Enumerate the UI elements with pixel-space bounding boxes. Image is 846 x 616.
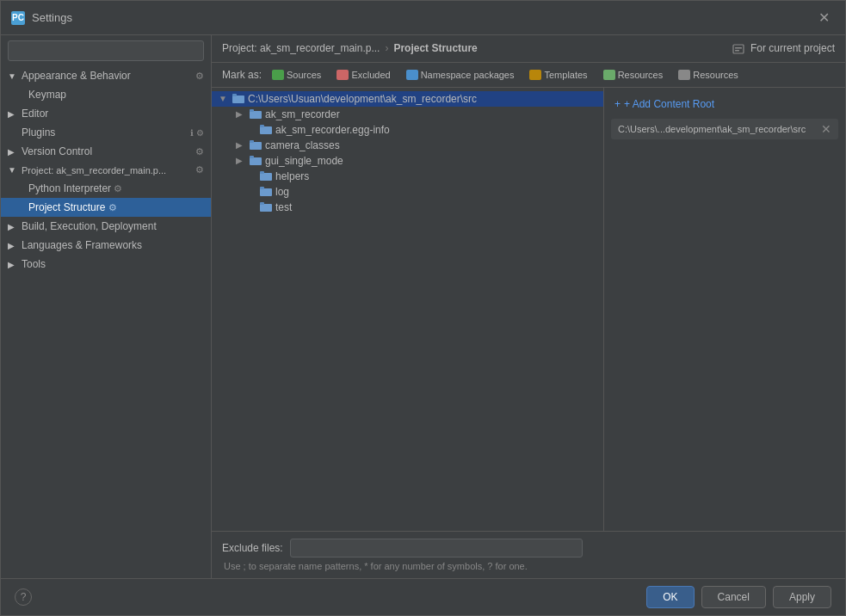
- namespace-icon: [406, 70, 418, 80]
- breadcrumb-current: Project Structure: [393, 42, 477, 54]
- close-button[interactable]: ✕: [813, 8, 835, 28]
- svg-rect-12: [250, 156, 254, 158]
- tree-item-helpers[interactable]: ▶ helpers: [212, 169, 603, 184]
- svg-rect-13: [260, 173, 272, 181]
- folder-icon-helpers: [260, 171, 272, 182]
- sidebar-item-version-control[interactable]: ▶ Version Control ⚙: [1, 142, 211, 161]
- mark-as-sources-button[interactable]: Sources: [267, 68, 326, 82]
- footer: ? OK Cancel Apply: [1, 578, 845, 615]
- tree-item-gui_single_mode[interactable]: ▶ gui_single_mode: [212, 153, 603, 169]
- tree-item-log[interactable]: ▶ log: [212, 184, 603, 200]
- tree-root-chevron: ▼: [219, 94, 229, 103]
- sidebar-item-keymap[interactable]: Keymap: [1, 85, 211, 104]
- python-settings-icon: ⚙: [114, 183, 122, 194]
- chevron-down-icon2: ▼: [8, 165, 18, 175]
- mark-as-bar: Mark as: Sources Excluded Namespace pack…: [212, 63, 845, 88]
- for-current-project-label: For current project: [732, 42, 835, 55]
- add-content-root-button[interactable]: + + Add Content Root: [611, 95, 838, 114]
- tree-label-helpers: helpers: [275, 170, 309, 182]
- svg-rect-9: [250, 142, 262, 150]
- tree-chevron-gui: ▶: [236, 156, 246, 165]
- mark-as-templates-button[interactable]: Templates: [524, 68, 592, 82]
- svg-rect-15: [260, 188, 272, 196]
- help-button[interactable]: ?: [15, 588, 32, 606]
- ok-button[interactable]: OK: [646, 586, 694, 608]
- tree-label-camera_classes: camera_classes: [265, 139, 340, 151]
- split-area: ▼ C:\Users\Usuan\development\ak_sm_recor…: [212, 88, 845, 531]
- content-root-close-button[interactable]: ✕: [821, 122, 831, 136]
- tree-root-item[interactable]: ▼ C:\Users\Usuan\development\ak_sm_recor…: [212, 91, 603, 107]
- sidebar-item-project-structure[interactable]: Project Structure ⚙: [1, 198, 211, 217]
- dialog-title: Settings: [32, 11, 72, 24]
- svg-rect-8: [260, 125, 264, 127]
- sidebar-item-build[interactable]: ▶ Build, Execution, Deployment: [1, 217, 211, 236]
- svg-rect-4: [232, 94, 237, 96]
- sidebar-item-appearance[interactable]: ▼ Appearance & Behavior ⚙: [1, 66, 211, 85]
- tree-item-egg-info[interactable]: ▶ ak_sm_recorder.egg-info: [212, 122, 603, 138]
- svg-rect-18: [260, 202, 264, 205]
- svg-rect-5: [250, 111, 262, 119]
- sidebar-item-tools[interactable]: ▶ Tools: [1, 255, 211, 274]
- folder-blue-icon: [232, 94, 244, 104]
- svg-rect-17: [260, 204, 272, 212]
- sidebar-item-plugins[interactable]: Plugins ℹ ⚙: [1, 123, 211, 142]
- svg-rect-0: [733, 45, 744, 53]
- content-root-item: C:\Users\...development\ak_sm_recorder\s…: [611, 119, 838, 139]
- mark-as-resources2-button[interactable]: Resources: [673, 68, 744, 82]
- excluded-icon: [337, 70, 349, 80]
- resources2-icon: [678, 70, 690, 80]
- folder-icon-camera: [250, 140, 262, 151]
- tree-item-camera_classes[interactable]: ▶ camera_classes: [212, 138, 603, 153]
- tree-label-test: test: [275, 201, 292, 213]
- folder-icon-test: [260, 202, 272, 213]
- sidebar-item-editor[interactable]: ▶ Editor: [1, 104, 211, 123]
- breadcrumb-arrow: ›: [385, 42, 388, 54]
- chevron-right-icon4: ▶: [8, 241, 18, 250]
- exclude-files-label: Exclude files:: [222, 542, 283, 554]
- svg-rect-10: [250, 140, 254, 143]
- sidebar-item-python-interpreter[interactable]: Python Interpreter ⚙: [1, 179, 211, 198]
- search-input[interactable]: [8, 40, 204, 61]
- version-control-settings-icon: ⚙: [195, 146, 204, 157]
- mark-as-namespace-button[interactable]: Namespace packages: [401, 68, 520, 82]
- chevron-right-icon: ▶: [8, 109, 18, 119]
- tree-label-egg-info: ak_sm_recorder.egg-info: [275, 124, 390, 136]
- folder-icon-ak_sm_recorder: [250, 109, 262, 120]
- tree-item-ak_sm_recorder[interactable]: ▶ ak_sm_recorder: [212, 107, 603, 122]
- svg-rect-16: [260, 187, 264, 189]
- content-roots-panel: + + Add Content Root C:\Users\...develop…: [604, 88, 845, 531]
- cancel-button[interactable]: Cancel: [701, 586, 766, 608]
- folder-icon-log: [260, 187, 272, 197]
- file-tree-panel[interactable]: ▼ C:\Users\Usuan\development\ak_sm_recor…: [212, 88, 604, 531]
- sidebar-item-languages[interactable]: ▶ Languages & Frameworks: [1, 236, 211, 255]
- sources-icon: [272, 70, 284, 80]
- apply-button[interactable]: Apply: [773, 586, 831, 608]
- exclude-files-hint: Use ; to separate name patterns, * for a…: [222, 561, 835, 571]
- breadcrumb: Project: ak_sm_recorder_main.p... › Proj…: [212, 35, 845, 63]
- mark-as-excluded-button[interactable]: Excluded: [331, 68, 395, 82]
- main-content: ▼ Appearance & Behavior ⚙ Keymap ▶ Edito…: [1, 35, 845, 578]
- plus-icon: +: [614, 98, 621, 110]
- svg-rect-1: [735, 47, 742, 49]
- chevron-right-icon5: ▶: [8, 260, 18, 269]
- project-settings-icon: ⚙: [195, 164, 204, 176]
- mark-as-resources1-button[interactable]: Resources: [598, 68, 669, 82]
- tree-item-test[interactable]: ▶ test: [212, 200, 603, 215]
- project-structure-settings-icon: ⚙: [108, 202, 117, 213]
- svg-rect-14: [260, 171, 264, 174]
- plugins-info-icon: ℹ ⚙: [190, 128, 204, 138]
- tree-label-ak_sm_recorder: ak_sm_recorder: [265, 108, 340, 120]
- chevron-right-icon2: ▶: [8, 147, 18, 157]
- tree-root-label: C:\Users\Usuan\development\ak_sm_recorde…: [248, 93, 477, 105]
- svg-rect-7: [260, 126, 272, 134]
- tree-label-gui_single_mode: gui_single_mode: [265, 155, 343, 167]
- sidebar-item-project[interactable]: ▼ Project: ak_sm_recorder_main.p... ⚙: [1, 161, 211, 179]
- templates-icon: [529, 70, 541, 80]
- bottom-section: Exclude files: Use ; to separate name pa…: [212, 531, 845, 578]
- chevron-down-icon: ▼: [8, 71, 18, 81]
- mark-as-label: Mark as:: [222, 69, 262, 81]
- folder-icon-gui: [250, 156, 262, 166]
- exclude-files-input[interactable]: [290, 539, 583, 557]
- breadcrumb-project: Project: ak_sm_recorder_main.p...: [222, 42, 380, 54]
- title-bar-left: PC Settings: [11, 11, 72, 25]
